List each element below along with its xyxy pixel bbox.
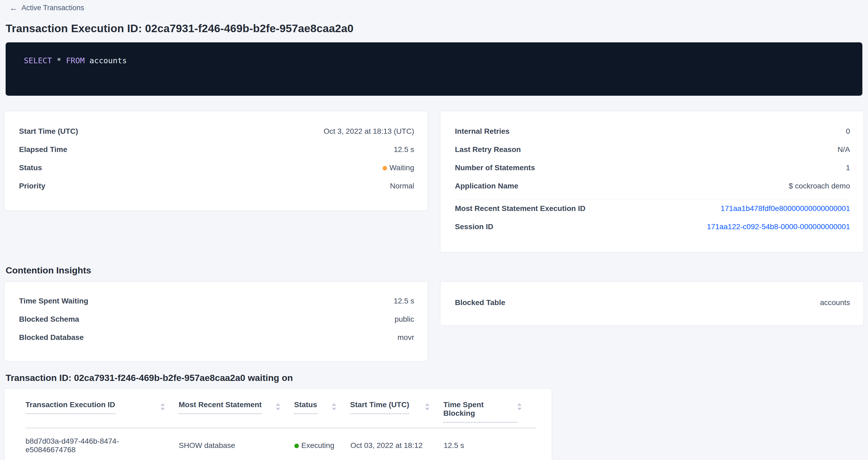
sql-keyword-from: FROM bbox=[66, 56, 85, 65]
sql-keyword-select: SELECT bbox=[24, 56, 52, 65]
statement-execution-id-label: Most Recent Statement Execution ID bbox=[455, 204, 585, 213]
number-of-statements-label: Number of Statements bbox=[455, 163, 535, 172]
cell-start-time: Oct 03, 2022 at 18:12 bbox=[350, 441, 444, 450]
session-id-row: Session ID 171aa122-c092-54b8-0000-00000… bbox=[455, 218, 850, 236]
elapsed-time-value: 12.5 s bbox=[394, 145, 414, 154]
cell-time-spent-blocking: 12.5 s bbox=[444, 441, 536, 450]
time-spent-waiting-value: 12.5 s bbox=[394, 297, 414, 305]
status-label: Status bbox=[19, 163, 42, 172]
table-header-row: Transaction Execution ID Most Recent Sta… bbox=[26, 389, 536, 428]
contention-cards: Time Spent Waiting 12.5 s Blocked Schema… bbox=[4, 281, 864, 361]
transaction-detail-cards: Start Time (UTC) Oct 3, 2022 at 18:13 (U… bbox=[4, 111, 864, 252]
application-name-value: $ cockroach demo bbox=[789, 182, 850, 190]
header-status[interactable]: Status bbox=[294, 400, 350, 428]
blocked-schema-label: Blocked Schema bbox=[19, 315, 79, 324]
last-retry-reason-value: N/A bbox=[837, 145, 850, 154]
waiting-transactions-table: Transaction Execution ID Most Recent Sta… bbox=[4, 389, 552, 460]
time-spent-waiting-row: Time Spent Waiting 12.5 s bbox=[19, 292, 414, 310]
table-row: b8d7d03a-d497-446b-8474-e50846674768 SHO… bbox=[26, 428, 536, 460]
blocked-table-row: Blocked Table accounts bbox=[455, 294, 850, 312]
number-of-statements-row: Number of Statements 1 bbox=[455, 159, 850, 177]
cell-transaction-execution-id: b8d7d03a-d497-446b-8474-e50846674768 bbox=[26, 437, 179, 454]
back-arrow-icon: ← bbox=[10, 4, 18, 12]
start-time-row: Start Time (UTC) Oct 3, 2022 at 18:13 (U… bbox=[19, 122, 414, 141]
internal-retries-value: 0 bbox=[846, 127, 850, 135]
blocked-table-value: accounts bbox=[820, 298, 850, 307]
blocked-database-value: movr bbox=[398, 333, 414, 342]
time-spent-waiting-label: Time Spent Waiting bbox=[19, 297, 88, 305]
blocked-database-label: Blocked Database bbox=[19, 333, 84, 342]
status-value: Waiting bbox=[382, 163, 414, 172]
page-title: Transaction Execution ID: 02ca7931-f246-… bbox=[6, 22, 864, 35]
blocked-schema-row: Blocked Schema public bbox=[19, 310, 414, 328]
last-retry-reason-label: Last Retry Reason bbox=[455, 145, 521, 154]
application-name-row: Application Name $ cockroach demo bbox=[455, 177, 850, 195]
session-id-label: Session ID bbox=[455, 222, 493, 231]
status-executing-dot-icon bbox=[294, 443, 299, 448]
timing-card: Start Time (UTC) Oct 3, 2022 at 18:13 (U… bbox=[4, 111, 428, 211]
cell-status: Executing bbox=[294, 441, 350, 450]
last-retry-reason-row: Last Retry Reason N/A bbox=[455, 141, 850, 159]
waiting-on-heading: Transaction ID: 02ca7931-f246-469b-b2fe-… bbox=[6, 373, 864, 383]
blocked-database-row: Blocked Database movr bbox=[19, 328, 414, 347]
contention-left-card: Time Spent Waiting 12.5 s Blocked Schema… bbox=[4, 281, 428, 361]
internal-retries-row: Internal Retries 0 bbox=[455, 122, 850, 141]
status-waiting-dot-icon bbox=[382, 166, 387, 171]
sort-icon[interactable] bbox=[517, 403, 522, 410]
sql-star: * bbox=[52, 56, 66, 65]
header-time-spent-blocking[interactable]: Time Spent Blocking bbox=[443, 400, 536, 428]
execution-attributes-card: Internal Retries 0 Last Retry Reason N/A… bbox=[440, 111, 864, 252]
blocked-schema-value: public bbox=[395, 315, 414, 324]
header-most-recent-statement[interactable]: Most Recent Statement bbox=[179, 400, 294, 428]
sort-icon[interactable] bbox=[161, 403, 165, 410]
statement-execution-id-row: Most Recent Statement Execution ID 171aa… bbox=[455, 200, 850, 218]
elapsed-time-row: Elapsed Time 12.5 s bbox=[19, 141, 414, 159]
transaction-details-page: ← Active Transactions Transaction Execut… bbox=[0, 0, 868, 460]
header-transaction-execution-id[interactable]: Transaction Execution ID bbox=[26, 400, 179, 428]
sql-table-name: accounts bbox=[85, 56, 127, 65]
start-time-value: Oct 3, 2022 at 18:13 (UTC) bbox=[323, 127, 414, 135]
session-id-link[interactable]: 171aa122-c092-54b8-0000-000000000001 bbox=[707, 222, 850, 231]
contention-right-card: Blocked Table accounts bbox=[440, 281, 864, 326]
statement-execution-id-link[interactable]: 171aa1b478fdf0e80000000000000001 bbox=[720, 204, 850, 213]
back-to-active-transactions-link[interactable]: ← Active Transactions bbox=[10, 4, 84, 12]
priority-value: Normal bbox=[390, 182, 414, 190]
sort-icon[interactable] bbox=[332, 403, 336, 410]
sql-statement-box: SELECT * FROM accounts bbox=[6, 42, 862, 96]
number-of-statements-value: 1 bbox=[846, 163, 850, 172]
priority-label: Priority bbox=[19, 182, 45, 190]
sort-icon[interactable] bbox=[276, 403, 280, 410]
sort-icon[interactable] bbox=[425, 403, 429, 410]
blocked-table-label: Blocked Table bbox=[455, 298, 505, 307]
header-start-time[interactable]: Start Time (UTC) bbox=[350, 400, 443, 428]
elapsed-time-label: Elapsed Time bbox=[19, 145, 67, 154]
application-name-label: Application Name bbox=[455, 182, 518, 190]
status-row: Status Waiting bbox=[19, 159, 414, 177]
start-time-label: Start Time (UTC) bbox=[19, 127, 78, 135]
cell-most-recent-statement: SHOW database bbox=[179, 441, 294, 450]
priority-row: Priority Normal bbox=[19, 177, 414, 195]
internal-retries-label: Internal Retries bbox=[455, 127, 509, 135]
contention-insights-heading: Contention Insights bbox=[6, 265, 864, 276]
back-link-label: Active Transactions bbox=[22, 4, 84, 12]
